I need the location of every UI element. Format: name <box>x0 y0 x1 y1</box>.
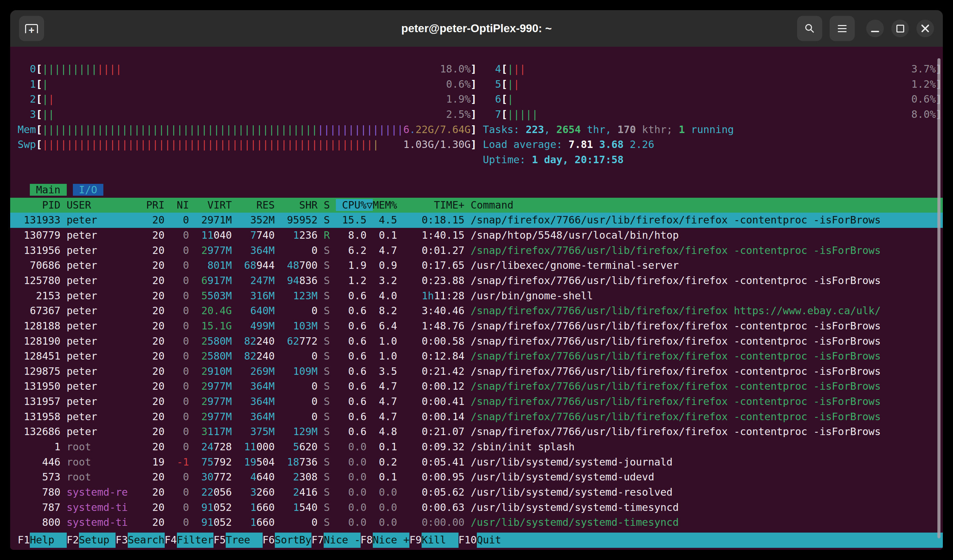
process-row[interactable]: 131957 peter 20 0 2977M 364M 0 S 0.6 4.7… <box>10 394 943 409</box>
cell-shr: 620 <box>299 441 318 453</box>
cell-user: root <box>67 456 128 468</box>
cell-cpu: 0.6 <box>336 350 366 362</box>
cell-pri: 20 <box>134 425 165 438</box>
fkey-f8-action[interactable]: Nice + <box>373 532 410 548</box>
col-pid[interactable]: PID <box>18 199 67 211</box>
tab-main[interactable]: Main <box>30 184 67 196</box>
process-row[interactable]: 128451 peter 20 0 2580M 82240 0 S 0.6 1.… <box>10 349 943 364</box>
process-row[interactable]: 131950 peter 20 0 2977M 364M 0 S 0.6 4.7… <box>10 379 943 394</box>
process-row[interactable]: 131958 peter 20 0 2977M 364M 0 S 0.6 4.7… <box>10 409 943 425</box>
tab-io[interactable]: I/O <box>73 184 103 196</box>
col-res[interactable]: RES <box>238 199 281 211</box>
minimize-button[interactable] <box>866 20 884 37</box>
process-row[interactable]: 70686 peter 20 0 801M 68944 48700 S 1.9 … <box>10 258 943 273</box>
maximize-button[interactable] <box>891 20 909 37</box>
col-shr[interactable]: SHR <box>281 199 324 211</box>
uptime: 1 day, 20:17:58 <box>532 154 624 166</box>
cell-state: S <box>324 320 330 332</box>
cell-command: /usr/lib/systemd/systemd-timesyncd <box>471 501 679 513</box>
col-mem[interactable]: MEM% <box>373 199 410 211</box>
cell-virt: 2 <box>201 335 207 347</box>
fkey-f6-action[interactable]: SortBy <box>275 532 312 548</box>
cell-command: /snap/firefox/7766/usr/lib/firefox/firef… <box>471 335 881 347</box>
fkey-f3-action[interactable]: Search <box>128 532 165 548</box>
cell-state: S <box>324 380 330 392</box>
process-row[interactable]: 129875 peter 20 0 2910M 269M 109M S 0.6 … <box>10 364 943 379</box>
cpu4-meter-bars: | <box>508 63 514 75</box>
search-button[interactable] <box>797 16 822 41</box>
process-row[interactable]: 131933 peter 20 0 2971M 352M 95952 S 15.… <box>10 213 943 228</box>
cell-command: /snap/firefox/7766/usr/lib/firefox/firef… <box>471 396 881 407</box>
close-button[interactable] <box>916 20 934 37</box>
process-row[interactable]: 132686 peter 20 0 3117M 375M 129M S 0.6 … <box>10 424 943 439</box>
col-user[interactable]: USER <box>67 199 134 211</box>
fkey-f7-action[interactable]: Nice - <box>324 532 360 548</box>
process-row[interactable]: 780 systemd-re 20 0 22056 3260 2416 S 0.… <box>10 485 943 500</box>
cell-pid: 129875 <box>18 365 61 377</box>
cell-time: 11:28 <box>434 290 464 302</box>
cell-res: 260 <box>256 486 275 498</box>
cell-ni: 0 <box>171 501 189 513</box>
process-row[interactable]: 130779 peter 20 0 11040 7740 1236 R 8.0 … <box>10 228 943 243</box>
col-pri[interactable]: PRI <box>134 199 171 211</box>
cell-virt: 2 <box>201 350 207 362</box>
process-row[interactable]: 128188 peter 20 0 15.1G 499M 103M S 0.6 … <box>10 319 943 334</box>
cell-mem: 3.5 <box>373 365 397 377</box>
cell-time: 1:40.15 <box>422 229 464 241</box>
new-tab-button[interactable] <box>19 16 44 41</box>
cell-pri: 20 <box>134 335 165 347</box>
cell-shr: 836 <box>299 275 318 286</box>
cell-res: 000 <box>256 441 275 453</box>
cell-time: 0:21.07 <box>422 425 464 438</box>
cell-virt: 24 <box>201 441 214 453</box>
process-row[interactable]: 1 root 20 0 24728 11000 5620 S 0.0 0.1 0… <box>10 439 943 455</box>
process-row[interactable]: 125780 peter 20 0 6917M 247M 94836 S 1.2… <box>10 273 943 288</box>
htop-terminal: 0[||||||||||||| 18.0%] 4[||| 3.7%] 1[| <box>10 47 943 550</box>
cell-shr: 236 <box>299 229 318 241</box>
process-row[interactable]: 2153 peter 20 0 5503M 316M 123M S 0.6 4.… <box>10 288 943 304</box>
col-state[interactable]: S <box>324 199 336 211</box>
cell-time: 1:48.76 <box>422 320 464 332</box>
cell-shr: 48 <box>287 259 299 271</box>
fkey-f10-action[interactable]: Quit <box>477 532 943 548</box>
cell-pri: 20 <box>134 275 165 286</box>
cpu-meter-row: 1[| 0.6%] 5[|| 1.2%] <box>10 77 943 92</box>
col-cpu-sorted[interactable]: CPU%▽ <box>336 199 373 211</box>
cell-state: S <box>324 471 330 483</box>
process-row[interactable]: 446 root 19 -1 75792 19504 18736 S 0.0 0… <box>10 455 943 470</box>
cell-res: 68 <box>244 259 256 271</box>
fkey-f1-action[interactable]: Help <box>30 532 67 548</box>
fkey-f9-action[interactable]: Kill <box>422 532 458 548</box>
cell-shr: 772 <box>299 335 318 347</box>
process-row[interactable]: 128190 peter 20 0 2580M 82240 62772 S 0.… <box>10 334 943 349</box>
cell-time: 0:05.41 <box>422 456 464 468</box>
cell-pid: 128188 <box>18 320 61 332</box>
fkey-f9-label: F9 <box>410 532 422 548</box>
cell-res: 82 <box>244 350 256 362</box>
cell-shr: 95 <box>287 214 299 226</box>
col-ni[interactable]: NI <box>171 199 195 211</box>
cell-shr: 952 <box>299 214 318 226</box>
cpu2-meter-bars: | <box>42 93 48 105</box>
fkey-f4-action[interactable]: Filter <box>177 532 214 548</box>
process-row[interactable]: 800 systemd-ti 20 0 91052 1660 0 S 0.0 0… <box>10 515 943 530</box>
fkey-f5-action[interactable]: Tree <box>226 532 262 548</box>
menu-button[interactable] <box>830 16 855 41</box>
process-row[interactable]: 787 systemd-ti 20 0 91052 1660 1540 S 0.… <box>10 500 943 515</box>
col-command[interactable]: Command <box>471 199 514 211</box>
titlebar[interactable]: peter@peter-OptiPlex-990: ~ <box>10 10 943 47</box>
process-row[interactable]: 573 root 20 0 30772 4640 2308 S 0.0 0.1 … <box>10 470 943 485</box>
tasks-summary: thr <box>581 124 605 135</box>
process-row[interactable]: 131956 peter 20 0 2977M 364M 0 S 6.2 4.7… <box>10 243 943 258</box>
col-time[interactable]: TIME+ <box>410 199 471 211</box>
cell-shr: 0 <box>312 350 318 362</box>
cell-cpu: 0.6 <box>336 425 366 438</box>
col-virt[interactable]: VIRT <box>195 199 238 211</box>
cell-shr: 540 <box>299 501 318 513</box>
cell-user: peter <box>67 365 128 377</box>
process-row[interactable]: 67367 peter 20 0 20.4G 640M 0 S 0.6 8.2 … <box>10 303 943 319</box>
cpu2-meter-bars: | <box>48 93 54 105</box>
scrollbar[interactable] <box>937 58 941 538</box>
tasks-summary: 1 <box>679 124 685 135</box>
fkey-f2-action[interactable]: Setup <box>79 532 116 548</box>
